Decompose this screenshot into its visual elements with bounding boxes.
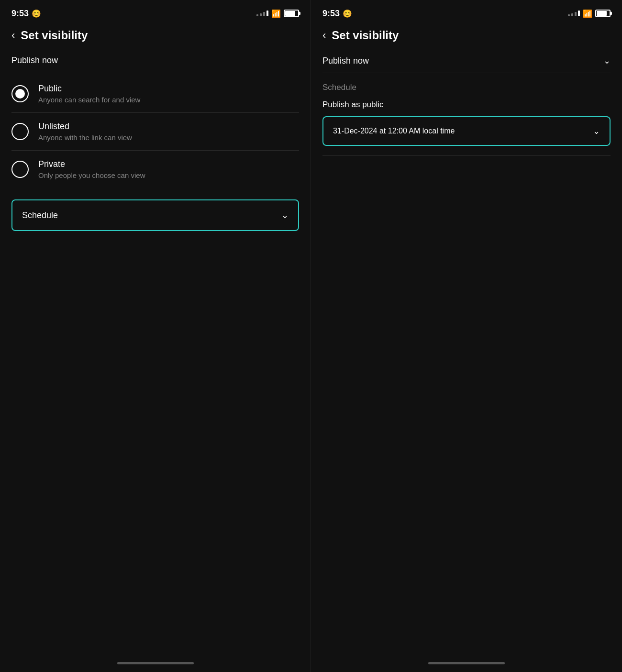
- left-option-unlisted[interactable]: Unlisted Anyone with the link can view: [11, 113, 299, 151]
- left-option-private-text: Private Only people you choose can view: [38, 159, 145, 179]
- right-datetime-box[interactable]: 31-Dec-2024 at 12:00 AM local time ⌄: [322, 116, 611, 146]
- left-option-unlisted-text: Unlisted Anyone with the link can view: [38, 121, 132, 142]
- right-publish-now-label: Publish now: [322, 56, 369, 66]
- left-options-list: Public Anyone can search for and view Un…: [11, 75, 299, 188]
- left-status-bar: 9:53 😊 📶 87: [0, 0, 311, 25]
- left-emoji-icon: 😊: [32, 9, 41, 18]
- right-status-right: 📶 87: [568, 9, 611, 18]
- right-battery-icon: 87: [595, 10, 611, 17]
- right-publish-now-row[interactable]: Publish now ⌄: [322, 55, 611, 73]
- right-schedule-sublabel: Schedule: [322, 83, 611, 92]
- left-publish-now-label: Publish now: [11, 55, 299, 66]
- left-phone-panel: 9:53 😊 📶 87 ‹ Set visibility: [0, 0, 311, 672]
- left-signal-icon: [256, 11, 268, 16]
- right-emoji-icon: 😊: [343, 9, 352, 18]
- left-status-left: 9:53 😊: [11, 9, 41, 19]
- right-status-bar: 9:53 😊 📶 87: [311, 0, 622, 25]
- left-option-private[interactable]: Private Only people you choose can view: [11, 151, 299, 188]
- right-publish-now-chevron: ⌄: [603, 55, 611, 66]
- left-option-private-subtitle: Only people you choose can view: [38, 171, 145, 179]
- left-radio-private[interactable]: [11, 161, 29, 178]
- left-option-public-title: Public: [38, 84, 140, 94]
- left-time: 9:53: [11, 9, 29, 19]
- right-time: 9:53: [322, 9, 340, 19]
- right-wifi-icon: 📶: [583, 9, 592, 18]
- right-home-bar: [428, 662, 505, 664]
- right-status-left: 9:53 😊: [322, 9, 352, 19]
- left-header-row: ‹ Set visibility: [11, 29, 299, 42]
- right-header-row: ‹ Set visibility: [322, 29, 611, 42]
- left-radio-unlisted[interactable]: [11, 123, 29, 140]
- right-publish-as-label: Publish as public: [322, 100, 611, 110]
- left-schedule-chevron: ⌄: [281, 210, 289, 220]
- left-option-public-text: Public Anyone can search for and view: [38, 84, 140, 104]
- right-back-button[interactable]: ‹: [322, 29, 326, 42]
- left-back-button[interactable]: ‹: [11, 29, 15, 42]
- left-radio-public-fill: [15, 89, 25, 99]
- left-schedule-box[interactable]: Schedule ⌄: [11, 199, 299, 231]
- right-divider-2: [322, 155, 611, 156]
- left-battery-icon: 87: [284, 10, 299, 17]
- right-signal-icon: [568, 11, 580, 16]
- right-schedule-section: Schedule: [322, 83, 611, 92]
- left-option-private-title: Private: [38, 159, 145, 169]
- left-wifi-icon: 📶: [271, 9, 281, 18]
- left-page-title: Set visibility: [21, 29, 88, 42]
- left-home-bar: [117, 662, 194, 664]
- right-datetime-text: 31-Dec-2024 at 12:00 AM local time: [333, 127, 455, 135]
- right-phone-panel: 9:53 😊 📶 87 ‹ Set visibility: [311, 0, 622, 672]
- left-option-unlisted-title: Unlisted: [38, 121, 132, 132]
- left-radio-public[interactable]: [11, 85, 29, 102]
- left-option-public[interactable]: Public Anyone can search for and view: [11, 75, 299, 113]
- right-page-title: Set visibility: [332, 29, 399, 42]
- right-page-content: ‹ Set visibility Publish now ⌄ Schedule …: [311, 25, 622, 657]
- left-schedule-label: Schedule: [22, 210, 58, 220]
- right-divider-1: [322, 73, 611, 73]
- left-page-content: ‹ Set visibility Publish now Public Anyo…: [0, 25, 311, 657]
- right-datetime-chevron: ⌄: [593, 126, 600, 136]
- left-option-unlisted-subtitle: Anyone with the link can view: [38, 133, 132, 142]
- right-home-indicator: [311, 657, 622, 672]
- left-home-indicator: [0, 657, 311, 672]
- left-option-public-subtitle: Anyone can search for and view: [38, 96, 140, 104]
- left-status-right: 📶 87: [256, 9, 299, 18]
